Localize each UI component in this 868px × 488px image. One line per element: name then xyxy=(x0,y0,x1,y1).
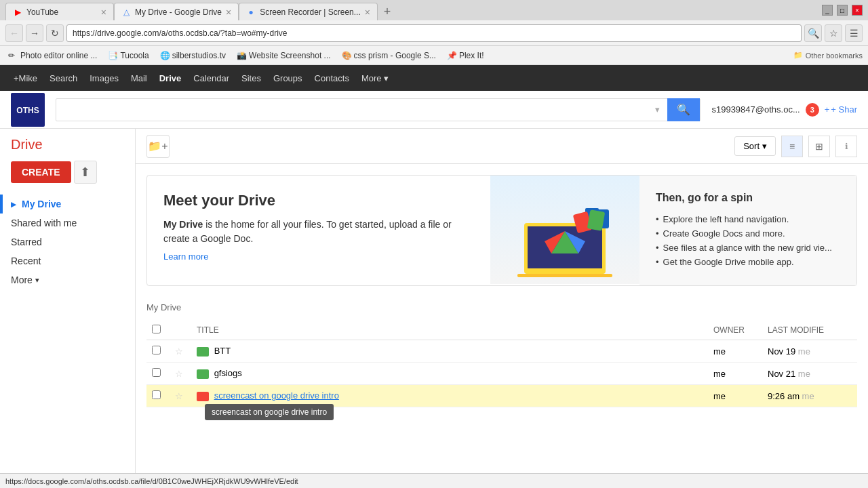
files-table-body: ☆ BTT me Nov 19 me xyxy=(146,340,857,407)
tab-drive[interactable]: △ My Drive - Google Drive × xyxy=(114,3,239,20)
sc-video-icon xyxy=(197,392,209,401)
tab-youtube-label: YouTube xyxy=(26,7,58,17)
bookmark-photo-editor[interactable]: ✏ Photo editor online ... xyxy=(5,49,100,62)
row-btt-modified: Nov 19 me xyxy=(762,340,857,363)
nav-calendar[interactable]: Calendar xyxy=(188,73,235,83)
row-sc-name-cell: screencast on google drive intro screenc… xyxy=(191,385,708,407)
address-text: https://drive.google.com/a/oths.ocdsb.ca… xyxy=(73,28,288,38)
row-sc-star-icon[interactable]: ☆ xyxy=(175,391,183,401)
nav-groups[interactable]: Groups xyxy=(268,73,308,83)
svg-text:OTHS: OTHS xyxy=(16,106,39,115)
minimize-button[interactable]: _ xyxy=(822,5,833,16)
table-row: ☆ gfsiogs me Nov 21 me xyxy=(146,363,857,385)
bookmark-website-screenshot-label: Website Screenshot ... xyxy=(249,51,331,60)
maximize-button[interactable]: □ xyxy=(837,5,848,16)
tab-youtube[interactable]: ▶ YouTube × xyxy=(5,3,114,20)
tab-drive-close[interactable]: × xyxy=(226,7,231,18)
menu-btn[interactable]: ☰ xyxy=(845,24,863,42)
tab-screenrecorder[interactable]: ● Screen Recorder | Screen... × xyxy=(239,3,378,20)
row-btt-checkbox[interactable] xyxy=(152,346,161,354)
other-bookmarks-icon: 📁 xyxy=(793,51,803,60)
bookmark-star-btn[interactable]: ☆ xyxy=(825,24,842,42)
sidebar-item-more[interactable]: More ▾ xyxy=(0,270,135,289)
tab-screenrecorder-close[interactable]: × xyxy=(365,7,370,18)
bookmark-website-screenshot[interactable]: 📸 Website Screenshot ... xyxy=(234,49,334,62)
bookmark-silberstudios[interactable]: 🌐 silberstudios.tv xyxy=(157,49,229,62)
screencast-file-link[interactable]: screencast on google drive intro xyxy=(214,390,339,401)
folder-add-icon: 📁+ xyxy=(148,140,167,152)
select-all-checkbox[interactable] xyxy=(152,325,161,333)
nav-drive[interactable]: Drive xyxy=(154,73,187,83)
nav-images[interactable]: Images xyxy=(84,73,124,83)
close-button[interactable]: × xyxy=(852,5,863,16)
info-button[interactable]: ℹ xyxy=(835,136,857,157)
create-button[interactable]: CREATE xyxy=(11,161,71,183)
reload-button[interactable]: ↻ xyxy=(46,24,64,42)
nav-search[interactable]: Search xyxy=(44,73,83,83)
svg-rect-7 xyxy=(517,274,612,277)
address-bar[interactable]: https://drive.google.com/a/oths.ocdsb.ca… xyxy=(66,24,802,42)
sort-label: Sort xyxy=(743,141,760,151)
forward-button[interactable]: → xyxy=(26,24,43,42)
bookmark-plex[interactable]: 📌 Plex It! xyxy=(444,49,487,62)
new-folder-button[interactable]: 📁+ xyxy=(146,135,170,158)
share-button[interactable]: + + Shar xyxy=(825,104,857,115)
tab-youtube-close[interactable]: × xyxy=(101,7,106,18)
grid-view-button[interactable]: ⊞ xyxy=(808,136,830,157)
sort-arrow-icon: ▾ xyxy=(762,141,767,151)
row-btt-check[interactable] xyxy=(146,340,167,363)
banner-bullets: Explore the left hand navigation. Create… xyxy=(656,212,840,269)
bookmark-css-prism[interactable]: 🎨 css prism - Google S... xyxy=(339,49,439,62)
row-gfs-checkbox[interactable] xyxy=(152,368,161,377)
row-btt-owner: me xyxy=(708,340,762,363)
nav-bar: ← → ↻ https://drive.google.com/a/oths.oc… xyxy=(0,20,868,46)
file-tooltip: screencast on google drive intro xyxy=(205,404,334,420)
new-tab-button[interactable]: + xyxy=(378,3,397,20)
bookmark-css-prism-label: css prism - Google S... xyxy=(354,51,436,60)
drive-logo: OTHS xyxy=(11,93,45,127)
notification-badge[interactable]: 3 xyxy=(806,103,819,117)
nav-mail[interactable]: Mail xyxy=(125,73,153,83)
nav-contacts[interactable]: Contacts xyxy=(309,73,355,83)
banner-right-heading: Then, go for a spin xyxy=(656,192,840,204)
back-button[interactable]: ← xyxy=(5,24,23,42)
row-sc-check[interactable] xyxy=(146,385,167,407)
row-sc-checkbox[interactable] xyxy=(152,390,161,399)
banner-description: My Drive is the home for all your files.… xyxy=(163,218,474,246)
sort-button[interactable]: Sort ▾ xyxy=(734,136,776,156)
drive-search[interactable]: ▾ 🔍 xyxy=(56,98,701,121)
bookmark-tucoola-label: Tucoola xyxy=(120,51,149,60)
drive-search-input[interactable] xyxy=(56,104,647,115)
drive-illustration xyxy=(490,176,639,284)
upload-button[interactable]: ⬆ xyxy=(74,161,97,184)
sidebar-item-my-drive[interactable]: ▶ My Drive xyxy=(0,195,135,214)
row-btt-star-icon[interactable]: ☆ xyxy=(175,346,183,357)
sidebar-item-starred[interactable]: Starred xyxy=(0,232,135,251)
nav-sites[interactable]: Sites xyxy=(236,73,267,83)
other-bookmarks[interactable]: 📁 Other bookmarks xyxy=(793,51,863,60)
silberstudios-icon: 🌐 xyxy=(160,51,170,60)
sidebar-item-shared-with-me[interactable]: Shared with me xyxy=(0,214,135,232)
plex-icon: 📌 xyxy=(447,51,456,60)
bullet-4: Get the Google Drive mobile app. xyxy=(656,255,840,269)
nav-more[interactable]: More ▾ xyxy=(356,73,394,83)
nav-icons: 🔍 ☆ ☰ xyxy=(804,24,863,42)
list-view-button[interactable]: ≡ xyxy=(781,136,803,157)
upload-icon: ⬆ xyxy=(80,165,90,180)
drive-search-button[interactable]: 🔍 xyxy=(667,98,700,121)
files-section: My Drive TITLE OWNER LAST MODIFIE xyxy=(136,297,868,407)
website-screenshot-icon: 📸 xyxy=(237,51,246,60)
row-gfs-check[interactable] xyxy=(146,363,167,385)
row-gfs-star-icon[interactable]: ☆ xyxy=(175,369,183,379)
drive-scene-svg xyxy=(504,182,626,277)
grid-view-icon: ⊞ xyxy=(815,141,823,152)
bookmark-tucoola[interactable]: 📑 Tucoola xyxy=(105,49,151,62)
drive-user-area: s19939847@oths.oc... 3 + + Shar xyxy=(711,103,857,117)
nav-mike[interactable]: +Mike xyxy=(8,73,43,83)
sidebar-item-recent[interactable]: Recent xyxy=(0,251,135,270)
learn-more-link[interactable]: Learn more xyxy=(163,251,208,262)
bullet-2: Create Google Docs and more. xyxy=(656,226,840,241)
search-icon-btn[interactable]: 🔍 xyxy=(804,24,822,42)
row-gfs-name-cell: gfsiogs xyxy=(191,363,708,385)
more-arrow-icon: ▾ xyxy=(35,276,39,285)
